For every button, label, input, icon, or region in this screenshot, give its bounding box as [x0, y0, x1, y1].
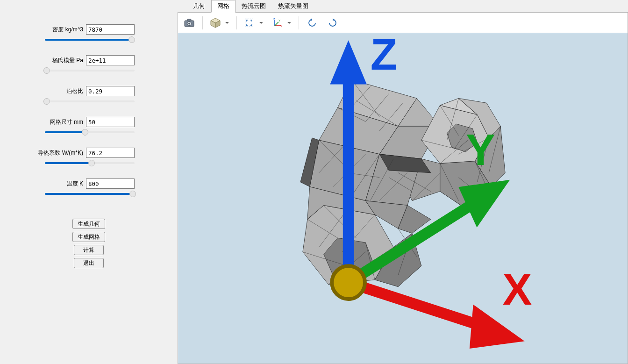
svg-text:X: X	[280, 25, 282, 28]
view-area: 几何 网格 热流云图 热流矢量图	[178, 0, 628, 364]
rotate-ccw-icon[interactable]	[304, 15, 321, 31]
param-row-poisson: 泊松比	[0, 85, 178, 97]
camera-icon[interactable]	[181, 15, 198, 31]
view-toolbar: Z X Y	[178, 12, 628, 33]
param-input-meshsize[interactable]	[86, 117, 135, 127]
param-row-temp: 温度 K	[0, 178, 178, 190]
param-label-thermal: 导热系数 W/(m*K)	[38, 149, 86, 157]
param-input-density[interactable]	[86, 24, 135, 35]
param-row-density: 密度 kg/m^3	[0, 23, 178, 36]
param-label-youngs: 杨氏模量 Pa	[52, 57, 86, 64]
param-input-temp[interactable]	[86, 178, 135, 189]
slider-thumb-density[interactable]	[128, 36, 135, 43]
app-root: 密度 kg/m^3 杨氏模量 Pa 泊松比	[0, 0, 628, 364]
parameter-panel: 密度 kg/m^3 杨氏模量 Pa 泊松比	[0, 0, 178, 364]
param-input-youngs[interactable]	[86, 55, 135, 65]
tab-heat-contour[interactable]: 热流云图	[236, 0, 272, 13]
generate-mesh-button[interactable]: 生成网格	[72, 232, 105, 242]
svg-text:Z: Z	[273, 18, 275, 21]
mesh-viewport[interactable]: Z Y X	[178, 33, 628, 364]
param-row-thermal: 导热系数 W/(m*K)	[0, 147, 178, 159]
exit-button[interactable]: 退出	[74, 258, 104, 268]
mesh-render	[178, 33, 628, 364]
action-buttons: 生成几何 生成网格 计算 退出	[0, 208, 178, 268]
toolbar-separator	[236, 16, 237, 29]
generate-geometry-button[interactable]: 生成几何	[72, 219, 105, 229]
slider-thermal[interactable]	[0, 159, 178, 178]
slider-density[interactable]	[0, 36, 178, 54]
svg-marker-14	[310, 18, 312, 21]
slider-poisson[interactable]	[0, 97, 178, 116]
svg-point-3	[188, 23, 190, 25]
svg-text:Y: Y	[278, 19, 280, 22]
toolbar-separator	[299, 16, 299, 29]
param-input-poisson[interactable]	[86, 86, 135, 96]
svg-line-10	[275, 22, 278, 26]
axes-icon[interactable]: Z X Y	[270, 15, 294, 31]
slider-temp[interactable]	[0, 190, 178, 208]
view-cube-icon[interactable]	[207, 15, 232, 31]
param-row-meshsize: 网格尺寸 mm	[0, 116, 178, 128]
rotate-cw-icon[interactable]	[324, 15, 341, 31]
tab-geometry[interactable]: 几何	[187, 0, 211, 13]
slider-fill-density	[45, 39, 132, 41]
compute-button[interactable]: 计算	[74, 245, 104, 255]
param-label-temp: 温度 K	[67, 180, 86, 188]
param-label-poisson: 泊松比	[66, 87, 86, 95]
slider-youngs[interactable]	[0, 66, 178, 85]
param-label-density: 密度 kg/m^3	[52, 26, 86, 34]
svg-marker-15	[333, 18, 335, 21]
tab-heat-vector[interactable]: 热流矢量图	[272, 0, 314, 13]
param-input-thermal[interactable]	[86, 148, 135, 158]
param-row-youngs: 杨氏模量 Pa	[0, 54, 178, 66]
fit-view-icon[interactable]	[242, 15, 266, 31]
tab-mesh[interactable]: 网格	[211, 0, 236, 13]
param-label-meshsize: 网格尺寸 mm	[50, 118, 86, 126]
toolbar-separator	[202, 16, 203, 29]
tab-strip: 几何 网格 热流云图 热流矢量图	[178, 0, 628, 12]
svg-rect-1	[187, 19, 191, 21]
slider-meshsize[interactable]	[0, 128, 178, 147]
